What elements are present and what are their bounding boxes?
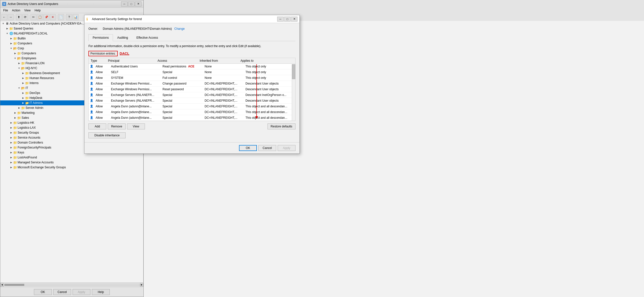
- view-button[interactable]: View: [127, 123, 145, 129]
- perm-access-6: Special: [160, 98, 202, 103]
- dialog-cancel-button[interactable]: Cancel: [258, 145, 276, 151]
- col-header-inherited: Inherited from: [198, 58, 238, 64]
- perm-principal-0: Authenticated Users: [111, 64, 160, 69]
- perm-row-3[interactable]: 👤 Allow Exchange Windows Permissi... Cha…: [89, 81, 295, 87]
- perm-row-9[interactable]: 👤 Allow Angela Dunn (adunn@inlane... Spe…: [89, 115, 295, 121]
- perm-type-6: Allow: [94, 98, 111, 103]
- perm-entries-label: Permission entries:: [88, 51, 118, 56]
- perm-inherited-6: DC=INLANEFREIGHT,...: [202, 98, 244, 103]
- perm-inherited-8: DC=INLANEFREIGHT,...: [202, 109, 244, 115]
- dacl-badge: DACL: [120, 52, 129, 56]
- perm-principal-4: Exchange Windows Permissi...: [111, 87, 160, 92]
- perm-access-8: Special: [160, 109, 202, 115]
- perm-principal-9: Angela Dunn (adunn@inlane...: [111, 115, 160, 121]
- perm-applies-8: This object and all descendan...: [244, 109, 293, 115]
- perm-table-scrollbar[interactable]: [292, 64, 295, 121]
- perm-type-0: Allow: [94, 64, 111, 69]
- perm-access-2: Full control: [160, 75, 202, 81]
- row-icon-4: 👤: [90, 87, 94, 91]
- row-icon-8: 👤: [90, 110, 94, 114]
- perm-type-7: Allow: [94, 104, 111, 109]
- adv-close-button[interactable]: ✕: [291, 17, 298, 22]
- owner-label: Owner:: [88, 27, 101, 31]
- adv-title-text: Advanced Security Settings for forend: [92, 17, 277, 21]
- perm-inherited-0: None: [202, 64, 244, 69]
- perm-row-6[interactable]: 👤 Allow Exchange Servers (INLANEFR... Sp…: [89, 98, 295, 104]
- perm-inherited-7: DC=INLANEFREIGHT,...: [202, 104, 244, 109]
- adv-minimize-button[interactable]: ─: [277, 17, 284, 22]
- perm-row-5[interactable]: 👤 Allow Exchange Servers (INLANEFR... Sp…: [89, 92, 295, 98]
- owner-row: Owner: Domain Admins (INLANEFREIGHT\Doma…: [88, 27, 296, 31]
- row-icon-9: 👤: [90, 116, 94, 120]
- perm-access-1: Special: [160, 69, 202, 75]
- col-header-type: Type: [89, 58, 106, 64]
- perm-table-header: Type Principal Access Inherited from App…: [89, 58, 295, 64]
- perm-type-3: Allow: [94, 81, 111, 86]
- perm-principal-5: Exchange Servers (INLANEFR...: [111, 92, 160, 98]
- perm-principal-6: Exchange Servers (INLANEFR...: [111, 98, 160, 103]
- col-header-principal: Principal: [106, 58, 156, 64]
- dialog-apply-button[interactable]: Apply: [278, 145, 296, 151]
- add-button[interactable]: Add: [88, 123, 106, 129]
- disable-inheritance-container: Disable inheritance: [88, 132, 296, 138]
- perm-access-5: Special: [160, 92, 202, 98]
- perm-row-8[interactable]: 👤 Allow Angela Dunn (adunn@inlane... Spe…: [89, 109, 295, 115]
- restore-defaults-button[interactable]: Restore defaults: [268, 123, 296, 129]
- col-header-applies: Applies to: [238, 58, 288, 64]
- row-icon-3: 👤: [90, 82, 94, 86]
- perm-applies-9: This object and all descendan...: [244, 115, 293, 121]
- perm-inherited-1: None: [202, 69, 244, 75]
- perm-applies-7: This object and all descendan...: [244, 104, 293, 109]
- perm-access-9: Special: [160, 115, 202, 121]
- advanced-security-dialog: ℹ Advanced Security Settings for forend …: [84, 15, 300, 154]
- perm-access-3: Change password: [160, 81, 202, 86]
- perm-applies-5: Descendant InetOrgPerson o...: [244, 92, 293, 98]
- row-icon-1: 👤: [90, 70, 94, 74]
- perm-principal-7: Angela Dunn (adunn@inlane...: [111, 104, 160, 109]
- adv-maximize-button[interactable]: □: [284, 17, 290, 22]
- perm-applies-4: Descendant User objects: [244, 87, 293, 92]
- info-text: For additional information, double-click…: [88, 44, 296, 48]
- perm-applies-2: This object only: [244, 75, 293, 81]
- tab-permissions[interactable]: Permissions: [88, 34, 113, 41]
- perm-principal-3: Exchange Windows Permissi...: [111, 81, 160, 86]
- adv-dialog-content: Owner: Domain Admins (INLANEFREIGHT\Doma…: [84, 23, 300, 142]
- action-buttons-row: Add Remove View Restore defaults: [88, 123, 296, 129]
- perm-type-8: Allow: [94, 109, 111, 115]
- perm-inherited-9: DC=INLANEFREIGHT,...: [202, 115, 244, 121]
- perm-applies-0: This object only: [244, 64, 293, 69]
- adv-title-bar: ℹ Advanced Security Settings for forend …: [84, 15, 300, 23]
- perm-row-1[interactable]: 👤 Allow SELF Special None This object on…: [89, 69, 295, 75]
- remove-button[interactable]: Remove: [108, 123, 126, 129]
- perm-row-4[interactable]: 👤 Allow Exchange Windows Permissi... Res…: [89, 87, 295, 92]
- perm-type-5: Allow: [94, 92, 111, 98]
- perm-inherited-4: DC=INLANEFREIGHT,...: [202, 87, 244, 92]
- ace-arrow-head: [255, 116, 258, 119]
- perm-inherited-5: DC=INLANEFREIGHT,...: [202, 92, 244, 98]
- tab-auditing[interactable]: Auditing: [113, 34, 132, 41]
- perm-access-4: Reset password: [160, 87, 202, 92]
- adv-dialog-footer: OK Cancel Apply: [84, 142, 300, 153]
- row-icon-2: 👤: [90, 76, 94, 80]
- perm-access-7: Special: [160, 104, 202, 109]
- perm-type-9: Allow: [94, 115, 111, 121]
- perm-principal-8: Angela Dunn (adunn@inlane...: [111, 109, 160, 115]
- perm-access-0: Read permissions ACE: [160, 64, 202, 69]
- perm-scrollbar-thumb: [292, 64, 295, 79]
- owner-change-link[interactable]: Change: [174, 27, 185, 31]
- ace-red-arrow: [256, 64, 257, 119]
- perm-row-7[interactable]: 👤 Allow Angela Dunn (adunn@inlane... Spe…: [89, 104, 295, 109]
- perm-principal-2: SYSTEM: [111, 75, 160, 81]
- perm-row-0[interactable]: 👤 Allow Authenticated Users Read permiss…: [89, 64, 295, 69]
- perm-type-2: Allow: [94, 75, 111, 81]
- dialog-ok-button[interactable]: OK: [239, 145, 257, 151]
- buttons-left-group: Add Remove View: [88, 123, 145, 129]
- perm-header: Permission entries: DACL: [88, 51, 296, 56]
- perm-row-2[interactable]: 👤 Allow SYSTEM Full control None This ob…: [89, 75, 295, 81]
- adv-title-buttons: ─ □ ✕: [277, 17, 298, 22]
- adv-title-icon: ℹ: [86, 17, 90, 21]
- tab-effective-access[interactable]: Effective Access: [132, 34, 162, 41]
- perm-applies-6: Descendant User objects: [244, 98, 293, 103]
- row-icon-7: 👤: [90, 104, 94, 108]
- disable-inheritance-button[interactable]: Disable inheritance: [88, 132, 126, 138]
